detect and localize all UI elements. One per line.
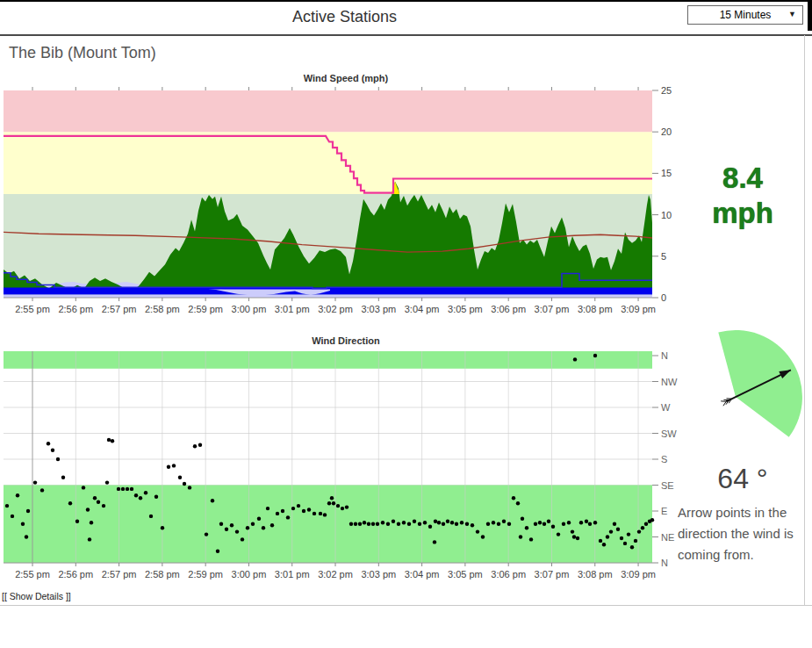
svg-text:2:57 pm: 2:57 pm	[102, 569, 137, 580]
svg-text:3:04 pm: 3:04 pm	[405, 569, 440, 580]
svg-text:3:07 pm: 3:07 pm	[535, 304, 570, 314]
svg-text:3:06 pm: 3:06 pm	[491, 304, 526, 314]
good-direction-band	[4, 486, 652, 564]
below-lull-strip	[4, 294, 652, 298]
svg-text:3:05 pm: 3:05 pm	[448, 304, 483, 314]
wind-direction-chart-title: Wind Direction	[4, 335, 688, 346]
svg-text:3:04 pm: 3:04 pm	[405, 304, 440, 314]
svg-text:3:05 pm: 3:05 pm	[448, 569, 483, 580]
speed-plot: 2:55 pm2:56 pm2:57 pm2:58 pm2:59 pm3:00 …	[4, 86, 672, 314]
direction-plot: 2:55 pm2:56 pm2:57 pm2:58 pm2:59 pm3:00 …	[4, 351, 678, 580]
svg-text:3:07 pm: 3:07 pm	[535, 569, 570, 580]
current-wind-speed-value: 8.4 mph	[676, 161, 809, 231]
svg-text:3:00 pm: 3:00 pm	[232, 569, 267, 580]
wind-speed-chart: 2:55 pm2:56 pm2:57 pm2:58 pm2:59 pm3:00 …	[4, 86, 688, 321]
svg-text:3:01 pm: 3:01 pm	[275, 304, 310, 314]
svg-text:2:56 pm: 2:56 pm	[58, 569, 93, 580]
show-details-link[interactable]: [[ Show Details ]]	[2, 591, 71, 601]
arrow-fletching	[721, 401, 726, 402]
svg-text:25: 25	[661, 86, 672, 96]
arrow-fletching	[723, 401, 726, 406]
svg-text:3:06 pm: 3:06 pm	[491, 569, 526, 580]
good-direction-sector	[718, 330, 802, 437]
svg-text:3:03 pm: 3:03 pm	[361, 569, 396, 580]
wind-direction-indicator	[665, 327, 810, 460]
svg-text:3:08 pm: 3:08 pm	[578, 304, 613, 314]
svg-text:3:03 pm: 3:03 pm	[361, 304, 396, 314]
svg-text:2:56 pm: 2:56 pm	[58, 304, 93, 314]
svg-text:3:08 pm: 3:08 pm	[578, 569, 613, 580]
wind-direction-chart: 2:55 pm2:56 pm2:57 pm2:58 pm2:59 pm3:00 …	[4, 351, 688, 587]
svg-text:2:57 pm: 2:57 pm	[102, 304, 137, 314]
svg-text:SE: SE	[661, 480, 674, 491]
svg-text:3:01 pm: 3:01 pm	[275, 569, 310, 580]
interval-select-value: 15 Minutes	[720, 9, 772, 21]
page-title: Active Stations	[0, 8, 689, 26]
svg-text:2:55 pm: 2:55 pm	[15, 569, 50, 580]
wind-speed-chart-title: Wind Speed (mph)	[4, 73, 688, 83]
speed-number: 8.4	[676, 161, 809, 196]
svg-text:3:00 pm: 3:00 pm	[232, 304, 267, 314]
svg-text:NE: NE	[661, 532, 674, 543]
chevron-down-icon: ▼	[788, 10, 796, 18]
svg-text:20: 20	[661, 126, 672, 137]
svg-text:5: 5	[661, 251, 666, 262]
svg-text:2:55 pm: 2:55 pm	[15, 304, 50, 314]
active-stations-page: Active Stations 15 Minutes ▼ The Bib (Mo…	[0, 0, 812, 648]
header-divider	[0, 34, 812, 36]
svg-text:2:58 pm: 2:58 pm	[145, 304, 180, 314]
svg-text:15: 15	[661, 168, 672, 178]
wind-degrees-value: 64 °	[676, 463, 809, 495]
speed-unit: mph	[676, 196, 809, 231]
top-right-corner-bar	[808, 0, 812, 31]
svg-text:N: N	[661, 558, 668, 568]
right-panel-border	[804, 35, 805, 648]
interval-select[interactable]: 15 Minutes ▼	[687, 5, 803, 25]
svg-text:2:58 pm: 2:58 pm	[145, 569, 180, 580]
svg-text:3:02 pm: 3:02 pm	[318, 304, 353, 314]
wind-direction-note: Arrow points in the direction the wind i…	[678, 502, 811, 565]
svg-text:E: E	[661, 506, 667, 516]
good-direction-band	[4, 351, 652, 369]
station-row-flynns[interactable]: Flynns 17.8 mph	[0, 605, 812, 648]
svg-text:2:59 pm: 2:59 pm	[188, 304, 223, 314]
svg-text:3:09 pm: 3:09 pm	[621, 569, 656, 580]
svg-text:0: 0	[661, 292, 666, 303]
station-title: The Bib (Mount Tom)	[9, 44, 156, 62]
top-bar	[0, 0, 812, 2]
svg-text:3:09 pm: 3:09 pm	[621, 304, 656, 314]
svg-text:3:02 pm: 3:02 pm	[318, 569, 353, 580]
svg-text:2:59 pm: 2:59 pm	[188, 569, 223, 580]
zone-band	[4, 90, 652, 132]
svg-text:10: 10	[661, 210, 672, 220]
